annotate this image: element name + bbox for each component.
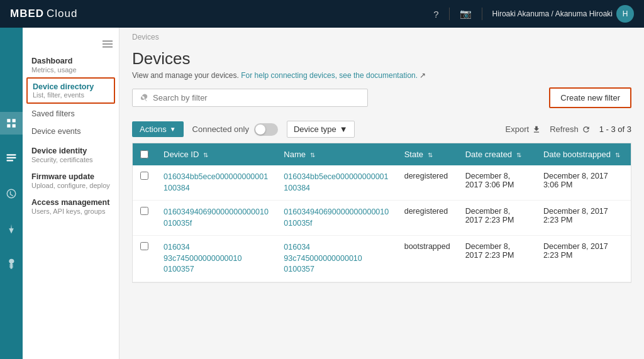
sidebar-icon-strip [0,28,23,359]
row3-name-link[interactable]: 016034 93c7450000000000100100357 [284,242,389,275]
top-nav-icons: ? 📷 Hiroaki Akanuma / Akanuma Hiroaki H [433,5,634,23]
sidebar-item-access-sub: Users, API keys, groups [31,207,110,215]
svg-rect-6 [7,160,14,161]
toggle-knob [255,124,265,135]
row2-device-id-link[interactable]: 016034940690000000000010010035f [164,207,269,229]
row2-state: deregistered [397,201,458,236]
sidebar-item-device-identity-title: Device identity [31,146,110,155]
toolbar-right: Export Refresh 1 - 3 of 3 [506,124,631,134]
refresh-icon [582,125,591,134]
sidebar-icon-firmware[interactable] [0,218,23,240]
user-info: Hiroaki Akanuma / Akanuma Hiroaki H [492,5,634,23]
actions-button[interactable]: Actions ▼ [132,121,184,137]
sidebar-icon-settings[interactable] [0,182,23,205]
row3-date-bootstrapped: December 8, 2017 2:23 PM [536,236,631,282]
user-name: Hiroaki Akanuma / Akanuma Hiroaki [492,9,613,18]
export-button[interactable]: Export [506,124,541,134]
breadcrumb-text: Devices [132,33,159,41]
page-subtitle-text: View and manage your devices. [132,71,241,80]
sidebar-inner: Dashboard Metrics, usage Device director… [23,28,119,218]
header-checkbox[interactable] [133,143,156,165]
row3-state: bootstrapped [397,236,458,282]
search-input[interactable] [153,93,361,102]
table-row: 016034940690000000000010010035f 01603494… [133,201,631,236]
actions-label: Actions [140,124,167,134]
svg-rect-3 [13,124,16,127]
nav-divider2 [482,8,482,20]
sidebar-icon-devices[interactable] [0,147,23,170]
create-new-filter-button[interactable]: Create new filter [549,87,631,108]
nav-divider [449,8,450,20]
row2-date-bootstrapped: December 8, 2017 2:23 PM [536,201,631,236]
search-box[interactable] [132,89,368,107]
search-icon [139,94,148,102]
row3-device-id-link[interactable]: 016034 93c7450000000000100100357 [164,242,269,275]
main-layout: Dashboard Metrics, usage Device director… [0,28,644,359]
row2-date-created: December 8, 2017 2:23 PM [458,201,536,236]
sidebar-item-device-directory-title: Device directory [33,82,109,91]
refresh-button[interactable]: Refresh [550,124,591,134]
page-title: Devices [132,49,631,69]
table-header: Device ID ⇅ Name ⇅ State ⇅ Date create [133,143,631,165]
toggle-switch[interactable] [254,123,278,136]
svg-rect-9 [103,47,113,47]
app-logo: MBED Cloud [10,8,433,20]
devices-table: Device ID ⇅ Name ⇅ State ⇅ Date create [132,143,631,283]
header-device-id-label: Device ID [164,150,199,159]
sidebar-item-dashboard-title: Dashboard [31,57,110,65]
row1-device-id-link[interactable]: 016034bb5ece000000000001100384 [164,172,269,194]
header-date-bootstrapped[interactable]: Date bootstrapped ⇅ [536,143,631,165]
filter-row: Create new filter [132,87,631,108]
sidebar-icon-dashboard[interactable] [0,112,23,135]
header-state-label: State [404,150,423,159]
svg-rect-2 [7,124,10,127]
row3-checkbox-cell[interactable] [133,236,156,282]
row3-date-created: December 8, 2017 2:23 PM [458,236,536,282]
row2-name-link[interactable]: 016034940690000000000010010035f [284,207,389,229]
row1-checkbox[interactable] [140,172,148,180]
external-link-icon: ↗ [419,71,426,80]
user-avatar[interactable]: H [616,5,634,23]
row1-date-created: December 8, 2017 3:06 PM [458,165,536,201]
table-row: 016034bb5ece000000000001100384 016034bb5… [133,165,631,201]
sidebar-item-firmware-sub: Upload, configure, deploy [31,182,110,189]
sidebar-item-firmware-title: Firmware update [31,172,110,181]
svg-rect-7 [103,41,113,41]
refresh-label: Refresh [550,124,579,134]
header-name-label: Name [284,150,306,159]
svg-rect-0 [7,119,10,122]
header-date-created[interactable]: Date created ⇅ [458,143,536,165]
sidebar-item-access-management[interactable]: Access management Users, API keys, group… [23,192,119,218]
hamburger-button[interactable] [96,33,119,55]
connected-only-toggle[interactable]: Connected only [192,123,278,136]
sidebar-item-firmware-update[interactable]: Firmware update Upload, configure, deplo… [23,166,119,192]
actions-dropdown-arrow: ▼ [170,126,176,133]
help-icon[interactable]: ? [433,9,438,19]
header-name[interactable]: Name ⇅ [276,143,396,165]
select-all-checkbox[interactable] [140,150,148,158]
header-date-created-label: Date created [465,150,512,159]
sidebar-icon-access[interactable] [0,253,23,275]
device-type-label: Device type [294,124,336,134]
sidebar-item-saved-filters[interactable]: Saved filters [23,105,119,123]
row2-checkbox[interactable] [140,207,148,215]
row3-name: 016034 93c7450000000000100100357 [276,236,396,282]
header-device-id[interactable]: Device ID ⇅ [156,143,276,165]
table-row: 016034 93c7450000000000100100357 016034 … [133,236,631,282]
sidebar-item-device-identity[interactable]: Device identity Security, certificates [23,140,119,166]
svg-rect-5 [7,157,16,158]
header-state[interactable]: State ⇅ [397,143,458,165]
device-type-button[interactable]: Device type ▼ [287,121,355,138]
export-label: Export [506,124,530,134]
row3-checkbox[interactable] [140,242,148,250]
doc-link[interactable]: For help connecting devices, see the doc… [241,71,418,80]
table-body: 016034bb5ece000000000001100384 016034bb5… [133,165,631,282]
notification-icon[interactable]: 📷 [460,8,472,19]
toolbar: Actions ▼ Connected only Device type ▼ E… [119,116,644,143]
row1-checkbox-cell[interactable] [133,165,156,201]
sidebar-item-device-directory[interactable]: Device directory List, filter, events [26,77,115,104]
device-type-arrow: ▼ [340,124,348,134]
sidebar-item-device-events[interactable]: Device events [23,123,119,140]
row2-checkbox-cell[interactable] [133,201,156,236]
row1-name-link[interactable]: 016034bb5ece000000000001100384 [284,172,389,194]
